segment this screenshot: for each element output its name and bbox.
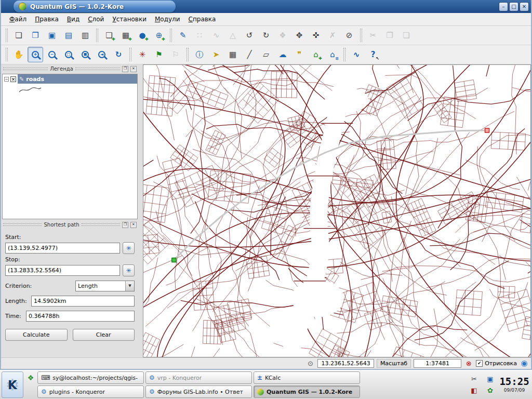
cancel-edits-button[interactable]: ⊘ xyxy=(341,28,357,43)
calculate-button[interactable]: Calculate xyxy=(5,329,68,341)
capture-line-button[interactable]: ∿ xyxy=(208,28,224,43)
toolbar-handle[interactable] xyxy=(6,29,8,42)
roads-layer-item[interactable]: ✎ roads xyxy=(18,74,137,84)
capture-point-button[interactable]: ∷ xyxy=(192,28,207,43)
menu-view[interactable]: Вид xyxy=(63,14,84,24)
dock-splitter[interactable] xyxy=(139,64,143,357)
legend-tree[interactable]: − ✕ ✎ roads xyxy=(2,74,138,219)
clear-button[interactable]: Clear xyxy=(73,329,135,341)
capture-polygon-button[interactable]: △ xyxy=(225,28,241,43)
criterion-select[interactable]: Length ▼ xyxy=(75,281,135,291)
start-input[interactable] xyxy=(5,243,120,254)
identify-button[interactable]: ⓘ xyxy=(192,47,207,62)
shortest-path-float-button[interactable]: ❐ xyxy=(122,222,128,228)
map-view[interactable] xyxy=(143,64,531,357)
extents-toggle-button[interactable]: ⊙ xyxy=(305,359,315,368)
toggle-editing-button[interactable]: ✎ xyxy=(175,28,191,43)
save-project-button[interactable]: ▣ xyxy=(44,28,60,43)
task-konsole[interactable]: ⌨ sy@localhost:~/projects/qgis- xyxy=(37,371,144,384)
add-raster-layer-button[interactable]: ▦✚ xyxy=(118,28,134,43)
delete-selected-button[interactable]: ✗ xyxy=(325,28,340,43)
pick-stop-button[interactable]: ✳ xyxy=(123,264,135,276)
road-graph-panel-button[interactable]: ∿ xyxy=(349,47,364,62)
open-project-button[interactable]: ❐ xyxy=(28,28,43,43)
add-vector-layer-button[interactable]: ❏✚ xyxy=(101,28,117,43)
task-qgis[interactable]: Quantum GIS — 1.0.2-Kore xyxy=(254,385,360,398)
shortest-path-panel-header[interactable]: Shortest path ❐ ✕ xyxy=(1,220,139,229)
zoom-to-selection-button[interactable]: ◼ xyxy=(77,47,93,62)
toolbar-handle[interactable] xyxy=(343,48,345,61)
titlebar-pill[interactable]: Quantum GIS — 1.0.2-Kore xyxy=(14,1,176,12)
task-vrp-konqueror[interactable]: ⚙ vrp - Konqueror xyxy=(145,371,252,384)
new-project-button[interactable]: ❏ xyxy=(11,28,26,43)
menu-file[interactable]: Файл xyxy=(5,14,31,24)
close-button[interactable]: ✕ xyxy=(520,2,529,11)
toolbar-handle[interactable] xyxy=(187,48,189,61)
display-icon[interactable]: ▣ xyxy=(487,376,493,382)
shortest-path-close-button[interactable]: ✕ xyxy=(130,222,137,228)
expander-icon[interactable]: − xyxy=(4,77,9,82)
render-checkbox[interactable]: ✔ xyxy=(476,360,483,367)
add-wms-layer-button[interactable]: ⊕✚ xyxy=(151,28,167,43)
refresh-map-button[interactable]: ↻ xyxy=(111,47,126,62)
time-output[interactable] xyxy=(26,311,135,322)
menu-plugins[interactable]: Модули xyxy=(151,14,184,24)
add-ring-button[interactable]: ❖ xyxy=(275,28,290,43)
quick-launch-icon[interactable]: ❖ xyxy=(28,374,34,381)
toolbar-handle[interactable] xyxy=(129,48,131,61)
task-plugins-konqueror[interactable]: ⚙ plugins - Konqueror xyxy=(37,385,144,398)
klipper-icon[interactable]: ✂ xyxy=(471,376,477,382)
menu-layer[interactable]: Слой xyxy=(84,14,108,24)
new-bookmark-button[interactable]: ⌂✚ xyxy=(308,47,324,62)
length-output[interactable] xyxy=(31,296,135,307)
scale-display[interactable]: 1:37481 xyxy=(414,359,461,368)
simplify-feature-button[interactable]: ↻ xyxy=(258,28,274,43)
save-project-as-button[interactable]: ▤ xyxy=(61,28,76,43)
legend-layer-row[interactable]: − ✕ ✎ roads xyxy=(3,74,137,84)
annotation-button[interactable]: ❞ xyxy=(291,47,307,62)
print-composer-button[interactable]: ▥ xyxy=(77,28,93,43)
pick-start-button[interactable]: ✳ xyxy=(123,242,135,254)
crs-status-button[interactable]: ◉ xyxy=(520,359,529,368)
add-postgis-layer-button[interactable]: ●✚ xyxy=(135,28,150,43)
legend-float-button[interactable]: ❐ xyxy=(122,66,128,72)
whats-this-button[interactable]: ?↖ xyxy=(365,47,381,62)
grass-edit-button[interactable]: ⚐ xyxy=(168,47,183,62)
grass-tools-button[interactable]: ⚑ xyxy=(151,47,167,62)
legend-panel-header[interactable]: Легенда ❐ ✕ xyxy=(1,64,139,73)
taskbar-clock[interactable]: 15:25 09/07/09 xyxy=(498,371,530,398)
toolbar-handle[interactable] xyxy=(6,48,8,61)
plugin-tray-icon[interactable]: ✿ xyxy=(487,387,493,394)
rotate-feature-button[interactable]: ↺ xyxy=(242,28,257,43)
map-canvas[interactable] xyxy=(143,65,530,357)
zoom-full-button[interactable]: ◻ xyxy=(61,47,76,62)
toolbar-handle[interactable] xyxy=(170,29,172,42)
titlebar[interactable]: Quantum GIS — 1.0.2-Kore – □ ✕ xyxy=(1,0,531,13)
zoom-last-button[interactable]: ◄ xyxy=(94,47,110,62)
kmenu-button[interactable]: ⚙ K xyxy=(2,371,23,398)
measure-line-button[interactable]: ╱ xyxy=(242,47,257,62)
menu-edit[interactable]: Правка xyxy=(31,14,63,24)
task-gislab-forum[interactable]: ⚙ Форумы GIS-Lab.info • Ответ xyxy=(145,385,252,398)
paste-features-button[interactable]: ❏ xyxy=(398,28,414,43)
render-checkbox-group[interactable]: ✔ Отрисовка xyxy=(476,360,517,367)
legend-close-button[interactable]: ✕ xyxy=(130,66,137,72)
show-bookmarks-button[interactable]: ⌂≡ xyxy=(325,47,340,62)
measure-area-button[interactable]: ▱ xyxy=(258,47,274,62)
node-tool-button[interactable]: ✜ xyxy=(308,28,324,43)
stop-input[interactable] xyxy=(5,265,120,276)
road-graph-settings-button[interactable]: ✳ xyxy=(135,47,150,62)
mixer-icon[interactable]: ◧ xyxy=(471,387,477,394)
menu-settings[interactable]: Установки xyxy=(108,14,151,24)
minimize-button[interactable]: – xyxy=(499,2,508,11)
map-tips-button[interactable]: ☁ xyxy=(275,47,290,62)
maximize-button[interactable]: □ xyxy=(509,2,518,11)
combo-dropdown-button[interactable]: ▼ xyxy=(125,281,134,291)
copy-features-button[interactable]: ❐ xyxy=(382,28,397,43)
attribute-table-button[interactable]: ▦ xyxy=(225,47,241,62)
move-feature-button[interactable]: ✥ xyxy=(291,28,307,43)
zoom-in-button[interactable]: + xyxy=(28,47,43,62)
zoom-out-button[interactable]: − xyxy=(44,47,60,62)
menu-help[interactable]: Справка xyxy=(184,14,220,24)
toolbar-handle[interactable] xyxy=(96,29,98,42)
